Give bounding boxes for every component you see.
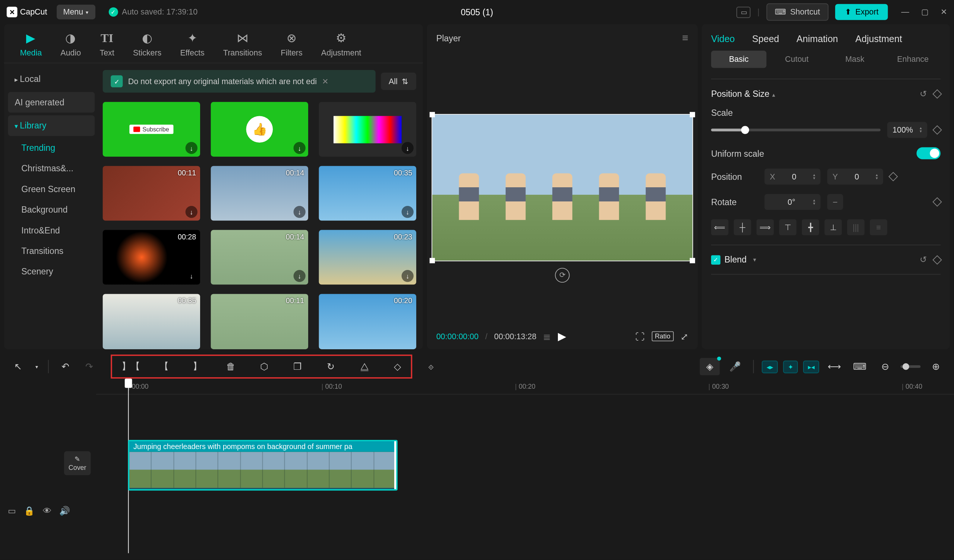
position-size-header[interactable]: Position & Size▴ ↺ — [711, 89, 941, 99]
align-right-icon[interactable]: ⟹ — [756, 219, 774, 235]
magnet-button[interactable]: ◈ — [700, 358, 720, 375]
keyframe-icon[interactable] — [889, 172, 898, 181]
sidebar-ai-generated[interactable]: AI generated — [8, 92, 95, 112]
keyboard-button[interactable]: ⌨ — [850, 358, 870, 375]
rotate-tool[interactable]: ◇ — [388, 358, 408, 375]
speaker-icon[interactable]: 🔊 — [59, 506, 70, 516]
reset-icon[interactable]: ↺ — [920, 89, 927, 99]
download-icon[interactable]: ↓ — [294, 270, 306, 282]
media-item[interactable]: 00:35 — [103, 294, 200, 349]
banner-close-button[interactable]: ✕ — [322, 77, 329, 86]
layout-icon[interactable]: ▭ — [737, 6, 751, 17]
mask-tool[interactable]: ⬡ — [254, 358, 274, 375]
zoom-slider[interactable] — [901, 365, 921, 368]
download-icon[interactable]: ↓ — [186, 206, 198, 218]
download-icon[interactable]: ↓ — [294, 142, 306, 154]
preview-button[interactable]: ⟷ — [824, 358, 845, 375]
player-frame[interactable] — [432, 114, 693, 261]
timeline-clip[interactable]: Jumping cheerleaders with pompoms on bac… — [128, 440, 398, 490]
ratio-button[interactable]: Ratio — [652, 331, 674, 341]
keyframe-icon[interactable] — [932, 125, 942, 134]
selection-tool[interactable]: ↖ — [8, 358, 28, 375]
scale-input[interactable]: 100%▴▾ — [887, 122, 927, 138]
eye-icon[interactable]: 👁 — [43, 506, 51, 516]
sidebar-local[interactable]: Local — [8, 68, 95, 89]
minimize-button[interactable]: — — [901, 8, 909, 17]
tab-adjustment[interactable]: ⚙Adjustment — [312, 28, 371, 62]
mirror-tool[interactable]: ⧋ — [354, 358, 374, 375]
clip-trim-handle[interactable] — [394, 441, 398, 489]
download-icon[interactable]: ↓ — [186, 142, 198, 154]
tab-text[interactable]: TIText — [90, 28, 124, 62]
fullscreen-icon[interactable]: ⤢ — [680, 331, 688, 342]
export-button[interactable]: ⬆ Export — [836, 4, 888, 20]
media-item[interactable]: 00:11↓ — [103, 166, 200, 221]
prop-tab-animation[interactable]: Animation — [797, 34, 838, 44]
delete-tool[interactable]: 🗑 — [221, 358, 241, 375]
download-icon[interactable]: ↓ — [294, 206, 306, 218]
tab-media[interactable]: ▶Media — [11, 28, 51, 62]
sidebar-transitions[interactable]: Transitions — [8, 242, 95, 260]
player-viewport[interactable]: ⟳ — [427, 52, 698, 324]
maximize-button[interactable]: ▢ — [921, 8, 929, 17]
duplicate-tool[interactable]: ❐ — [287, 358, 307, 375]
sidebar-scenery[interactable]: Scenery — [8, 263, 95, 280]
reverse-tool[interactable]: ↻ — [321, 358, 341, 375]
keyframe-icon[interactable] — [932, 89, 942, 98]
sidebar-trending[interactable]: Trending — [8, 138, 95, 156]
trim-left-tool[interactable]: 【 — [154, 358, 174, 375]
play-button[interactable]: ▶ — [558, 330, 566, 342]
blend-checkbox[interactable]: ✓ — [711, 255, 720, 264]
filter-all-button[interactable]: All ⇅ — [380, 73, 416, 90]
download-icon[interactable]: ↓ — [402, 270, 414, 282]
media-item[interactable]: 00:14↓ — [211, 166, 308, 221]
keyframe-icon[interactable] — [932, 198, 942, 207]
distribute-v-icon[interactable]: ≡ — [870, 219, 887, 235]
tab-filters[interactable]: ⊗Filters — [271, 28, 312, 62]
focus-icon[interactable]: ⛶ — [635, 331, 645, 342]
scale-slider[interactable] — [711, 128, 881, 131]
download-icon[interactable]: ↓ — [402, 206, 414, 218]
media-item[interactable]: ↓ — [319, 102, 416, 157]
blend-header[interactable]: ✓ Blend▾ ↺ — [711, 255, 941, 265]
timeline-ruler[interactable]: 00:00 00:10 00:20 00:30 00:40 — [96, 380, 954, 394]
subtab-cutout[interactable]: Cutout — [769, 51, 825, 68]
track-mode-2[interactable]: ✦ — [783, 360, 798, 373]
align-top-icon[interactable]: ⊤ — [779, 219, 797, 235]
distribute-h-icon[interactable]: ||| — [847, 219, 865, 235]
dock-icon[interactable]: ▭ — [8, 506, 16, 516]
selection-dropdown[interactable]: ▾ — [32, 358, 41, 375]
position-x-input[interactable]: X0▴▾ — [764, 169, 820, 185]
track-mode-1[interactable]: ◂▸ — [762, 360, 778, 373]
sync-icon[interactable]: ⟳ — [555, 268, 569, 282]
rotate-preset-button[interactable]: − — [827, 194, 843, 210]
subtab-mask[interactable]: Mask — [827, 51, 883, 68]
split-tool[interactable]: 】【 — [121, 358, 141, 375]
zoom-in-button[interactable]: ⊕ — [926, 358, 946, 375]
tab-effects[interactable]: ✦Effects — [171, 28, 214, 62]
media-item[interactable]: 👍 ↓ — [211, 102, 308, 157]
cover-button[interactable]: ✎ Cover — [64, 451, 91, 475]
tab-transitions[interactable]: ⋈Transitions — [214, 28, 271, 62]
reset-icon[interactable]: ↺ — [920, 255, 927, 265]
sidebar-introend[interactable]: Intro&End — [8, 221, 95, 239]
media-item[interactable]: 00:35↓ — [319, 166, 416, 221]
zoom-out-button[interactable]: ⊖ — [875, 358, 895, 375]
sidebar-library[interactable]: Library — [8, 115, 95, 136]
rotate-input[interactable]: 0°▴▾ — [764, 194, 820, 210]
track-mode-3[interactable]: ▸◂ — [803, 360, 819, 373]
tab-stickers[interactable]: ◐Stickers — [124, 28, 171, 62]
align-left-icon[interactable]: ⟸ — [711, 219, 728, 235]
menu-button[interactable]: Menu▾ — [57, 5, 95, 19]
trim-right-tool[interactable]: 】 — [187, 358, 207, 375]
align-center-v-icon[interactable]: ╋ — [802, 219, 820, 235]
download-icon[interactable]: ↓ — [402, 142, 414, 154]
media-item[interactable]: 00:11 — [211, 294, 308, 349]
sidebar-christmas[interactable]: Christmas&... — [8, 159, 95, 177]
mic-button[interactable]: 🎤 — [725, 358, 745, 375]
media-item[interactable]: Subscribe ↓ — [103, 102, 200, 157]
sidebar-background[interactable]: Background — [8, 201, 95, 219]
media-item[interactable]: 00:20 — [319, 294, 416, 349]
close-button[interactable]: ✕ — [941, 8, 947, 17]
prop-tab-video[interactable]: Video — [711, 34, 735, 44]
